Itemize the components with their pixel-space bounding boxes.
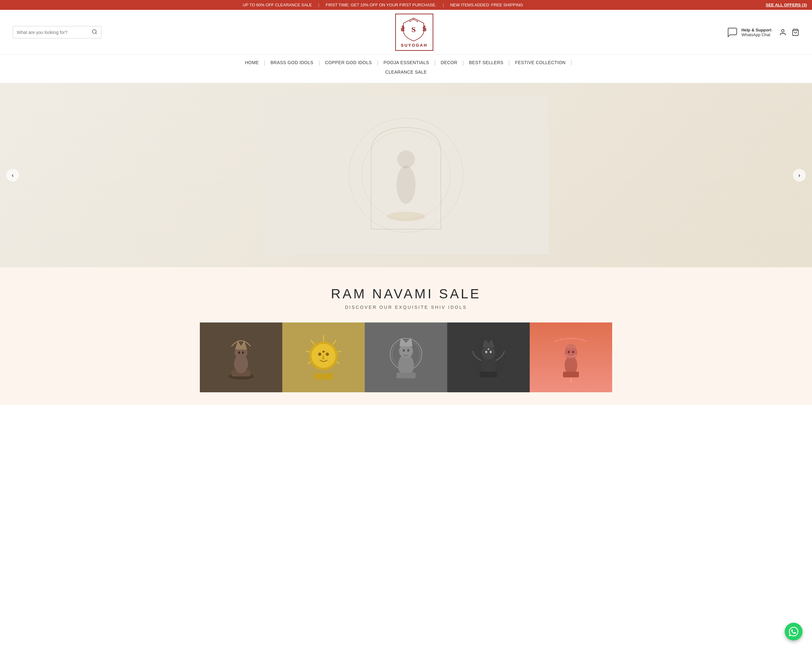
idol-svg-5 (552, 332, 590, 383)
svg-point-43 (490, 351, 491, 353)
nav-item-copper[interactable]: COPPER GOD IDOLS (320, 59, 377, 66)
svg-rect-32 (314, 373, 333, 379)
product-image-2 (282, 323, 365, 392)
idol-svg-2 (301, 332, 346, 383)
logo-text: SUYOGAH (401, 43, 427, 47)
nav-item-home[interactable]: HOME (240, 59, 264, 66)
sale-title: RAM NAVAMI SALE (6, 286, 806, 301)
idol-svg-4 (468, 332, 509, 383)
nav-link-pooja[interactable]: POOJA ESSENTIALS (379, 59, 434, 66)
nav-link-brass[interactable]: BRASS GOD IDOLS (266, 59, 319, 66)
sale-subtitle: DISCOVER OUR EXQUISITE SHIV IDOLS (6, 305, 806, 310)
svg-point-41 (481, 346, 495, 359)
svg-point-19 (242, 351, 244, 354)
product-image-5 (530, 323, 612, 392)
offer-3: NEW ITEMS ADDED: FREE SHIPPING (450, 3, 523, 7)
svg-rect-50 (563, 372, 579, 377)
nav-link-clearance[interactable]: CLEARANCE SALE (380, 68, 432, 76)
announcement-bar: UP TO 60% OFF CLEARANCE SALE | FIRST TIM… (0, 0, 812, 10)
header-right: Help & Support WhatsApp Chat (727, 27, 799, 38)
hero-nav-arrows: ‹ › (0, 169, 812, 182)
search-bar[interactable] (13, 26, 102, 38)
logo-box: S SUYOGAH (395, 14, 433, 51)
svg-point-52 (570, 381, 572, 382)
search-icon (92, 29, 98, 35)
svg-point-3 (409, 21, 410, 22)
svg-line-21 (333, 340, 336, 345)
svg-point-37 (403, 349, 405, 352)
nav-item-brass[interactable]: BRASS GOD IDOLS (266, 59, 319, 66)
svg-line-23 (311, 340, 314, 345)
svg-point-44 (487, 349, 489, 350)
search-input[interactable] (17, 30, 89, 35)
separator-1: | (318, 3, 319, 7)
nav-second-row: CLEARANCE SALE (0, 66, 812, 79)
nav-link-festive[interactable]: FESTIVE COLLECTION (510, 59, 571, 66)
svg-point-48 (568, 351, 570, 353)
support-text-block: Help & Support WhatsApp Chat (741, 28, 771, 37)
main-nav: HOME | BRASS GOD IDOLS | COPPER GOD IDOL… (0, 55, 812, 83)
svg-rect-39 (397, 373, 415, 378)
nav-list: HOME | BRASS GOD IDOLS | COPPER GOD IDOL… (0, 59, 812, 66)
svg-point-29 (318, 353, 321, 356)
hero-next-arrow[interactable]: › (793, 169, 806, 182)
logo[interactable]: S SUYOGAH (395, 14, 433, 51)
product-card-5[interactable] (530, 323, 612, 392)
product-card-2[interactable] (282, 323, 365, 392)
offer-texts: UP TO 60% OFF CLEARANCE SALE | FIRST TIM… (5, 3, 761, 7)
whatsapp-support[interactable]: Help & Support WhatsApp Chat (727, 27, 771, 38)
hero-prev-arrow[interactable]: ‹ (6, 169, 19, 182)
logo-emblem: S (401, 17, 426, 42)
hero-area: ‹ › (0, 83, 812, 267)
svg-point-30 (326, 353, 329, 356)
support-label: Help & Support (741, 28, 771, 32)
nav-separator-7: | (571, 60, 572, 66)
idol-svg-3 (385, 332, 427, 383)
nav-link-best-sellers[interactable]: BEST SELLERS (464, 59, 508, 66)
cart-button[interactable] (792, 29, 799, 36)
header-actions (779, 29, 799, 36)
nav-item-best-sellers[interactable]: BEST SELLERS (464, 59, 508, 66)
product-image-4 (447, 323, 530, 392)
product-card-1[interactable] (200, 323, 282, 392)
svg-point-5 (417, 21, 418, 22)
product-image-1 (200, 323, 282, 392)
svg-point-18 (238, 351, 240, 354)
login-button[interactable] (779, 29, 787, 36)
offer-2: FIRST TIME: GET 10% OFF ON YOUR FIRST PU… (326, 3, 437, 7)
svg-point-42 (485, 351, 487, 353)
logo-svg: S (401, 17, 426, 42)
chat-bubble-icon (727, 27, 738, 38)
product-image-3 (365, 323, 447, 392)
support-sub-label: WhatsApp Chat (741, 32, 771, 37)
svg-point-49 (572, 351, 574, 353)
svg-rect-45 (480, 372, 497, 377)
nav-item-decor[interactable]: DECOR (435, 59, 462, 66)
product-card-3[interactable] (365, 323, 447, 392)
svg-point-31 (322, 351, 325, 353)
nav-link-home[interactable]: HOME (240, 59, 264, 66)
cart-icon (792, 29, 799, 36)
svg-point-4 (413, 19, 414, 20)
site-header: S SUYOGAH Help & Support WhatsApp Chat (0, 10, 812, 55)
product-card-4[interactable] (447, 323, 530, 392)
svg-point-38 (407, 349, 409, 352)
svg-point-12 (397, 150, 415, 168)
nav-item-festive[interactable]: FESTIVE COLLECTION (510, 59, 571, 66)
idol-svg-1 (222, 332, 260, 383)
svg-point-6 (781, 29, 784, 32)
svg-line-1 (95, 33, 96, 34)
svg-point-0 (92, 29, 96, 33)
sale-section: RAM NAVAMI SALE DISCOVER OUR EXQUISITE S… (0, 267, 812, 405)
product-grid (6, 323, 806, 392)
search-button[interactable] (92, 29, 98, 35)
offer-1: UP TO 60% OFF CLEARANCE SALE (243, 3, 312, 7)
separator-2: | (443, 3, 444, 7)
nav-link-decor[interactable]: DECOR (435, 59, 462, 66)
person-icon (779, 29, 787, 36)
see-all-offers-link[interactable]: SEE ALL OFFERS (3) (766, 3, 807, 7)
nav-link-copper[interactable]: COPPER GOD IDOLS (320, 59, 377, 66)
nav-item-pooja[interactable]: POOJA ESSENTIALS (379, 59, 434, 66)
svg-point-13 (387, 212, 425, 221)
svg-text:S: S (411, 25, 415, 34)
